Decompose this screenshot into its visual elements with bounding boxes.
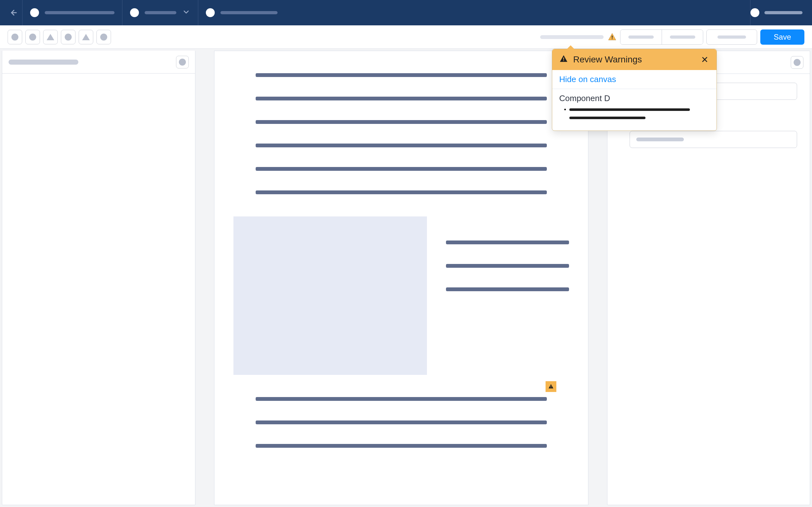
warnings-badge[interactable] [607, 32, 617, 42]
text-line [446, 264, 569, 268]
status-area [540, 32, 617, 42]
left-panel-title [9, 60, 78, 65]
secondary-button[interactable] [706, 30, 757, 45]
component-b [214, 207, 588, 384]
text-line [256, 120, 547, 124]
text-line [256, 167, 547, 171]
svg-rect-5 [563, 57, 564, 60]
component-a [214, 51, 588, 207]
save-button[interactable]: Save [760, 30, 804, 45]
canvas-wrap [195, 49, 607, 507]
component-c [446, 216, 569, 291]
component-d[interactable] [214, 384, 588, 448]
back-button[interactable] [3, 3, 22, 22]
nav-item-label [220, 11, 277, 14]
nav-item-label [145, 11, 176, 14]
nav-user-label [764, 11, 803, 14]
svg-rect-4 [551, 387, 551, 388]
toolbar: Save [0, 25, 812, 49]
text-line [446, 287, 569, 291]
nav-item-2[interactable] [122, 0, 198, 25]
popover-header: Review Warnings ✕ [552, 49, 716, 70]
canvas[interactable] [214, 51, 589, 505]
nav-item-icon [130, 8, 139, 17]
avatar [751, 8, 759, 17]
popover-section-title: Component D [559, 94, 710, 103]
left-panel-header [2, 51, 195, 73]
left-panel [2, 51, 195, 505]
top-nav [0, 0, 812, 25]
text-line [446, 240, 569, 244]
warning-icon [559, 55, 568, 65]
tool-1[interactable] [8, 30, 22, 44]
text-line [256, 73, 547, 77]
text-line [256, 190, 547, 194]
nav-item-1[interactable] [22, 0, 122, 25]
nav-item-icon [30, 8, 39, 17]
svg-rect-1 [612, 36, 612, 38]
hide-on-canvas-link[interactable]: Hide on canvas [552, 70, 716, 89]
component-warning-badge[interactable] [546, 381, 556, 392]
tool-5[interactable] [79, 30, 93, 44]
tool-3[interactable] [43, 30, 58, 44]
view-toggle-left[interactable] [620, 30, 662, 44]
property-card-2[interactable] [629, 131, 797, 148]
warning-item [569, 107, 710, 112]
nav-item-label [45, 11, 114, 14]
right-panel-action[interactable] [791, 56, 803, 69]
popover-arrow [567, 45, 574, 49]
tool-4[interactable] [61, 30, 75, 44]
text-line [256, 444, 547, 448]
text-line [256, 97, 547, 101]
text-line [256, 420, 547, 424]
left-panel-action[interactable] [176, 56, 189, 68]
tool-6[interactable] [96, 30, 111, 44]
close-icon[interactable]: ✕ [699, 55, 710, 65]
nav-item-3[interactable] [198, 0, 285, 25]
svg-rect-6 [563, 60, 564, 61]
text-line [256, 144, 547, 147]
warning-item [569, 115, 710, 120]
warnings-popover: Review Warnings ✕ Hide on canvas Compone… [552, 49, 717, 131]
view-toggle [620, 30, 703, 45]
tool-2[interactable] [26, 30, 40, 44]
popover-body: Component D [552, 89, 716, 130]
view-toggle-right[interactable] [662, 30, 703, 44]
status-text [540, 35, 604, 39]
text-line [256, 397, 547, 401]
nav-user[interactable] [751, 8, 809, 17]
popover-title: Review Warnings [573, 55, 694, 65]
svg-rect-2 [612, 38, 612, 39]
chevron-down-icon [182, 8, 190, 17]
image-placeholder [234, 216, 427, 375]
svg-rect-3 [551, 386, 551, 387]
nav-item-icon [206, 8, 215, 17]
